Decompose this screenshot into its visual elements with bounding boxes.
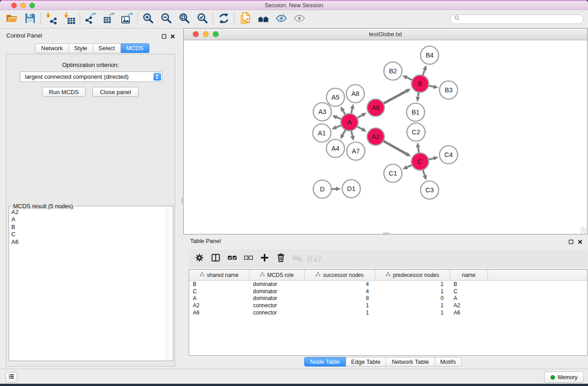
cell-successor-nodes[interactable]: 1 xyxy=(305,310,375,316)
cell-successor-nodes[interactable]: 4 xyxy=(305,281,375,287)
bottom-scroll-nub[interactable] xyxy=(383,233,389,235)
table-row[interactable]: Cdominator41C xyxy=(189,288,587,295)
zoom-in-button[interactable] xyxy=(141,12,155,26)
cell-predecessor-nodes[interactable]: 1 xyxy=(375,302,450,309)
table-panel-close-icon[interactable] xyxy=(577,239,583,245)
zoom-fit-button[interactable] xyxy=(177,12,191,26)
cell-predecessor-nodes[interactable]: 0 xyxy=(375,295,450,301)
import-table-button[interactable] xyxy=(62,12,76,26)
table-row[interactable]: A6connector11A6 xyxy=(189,309,587,316)
column-header-MCDS-role[interactable]: MCDS role xyxy=(249,270,305,280)
mcds-result-item[interactable]: A xyxy=(11,216,165,223)
cell-shared-name[interactable]: B xyxy=(189,281,249,287)
cell-shared-name[interactable]: A2 xyxy=(189,302,249,309)
cell-MCDS-role[interactable]: dominator xyxy=(249,295,305,301)
cell-name[interactable]: B xyxy=(450,281,488,287)
cell-predecessor-nodes[interactable]: 1 xyxy=(375,281,450,287)
close-panel-button[interactable]: Close panel xyxy=(92,87,139,97)
mcds-result-item[interactable]: B xyxy=(11,224,165,231)
search-box[interactable] xyxy=(450,14,583,24)
delete-columns-button[interactable] xyxy=(274,252,287,266)
shared-column-icon xyxy=(386,272,391,278)
cell-MCDS-role[interactable]: connector xyxy=(249,302,305,309)
delete-table-button[interactable] xyxy=(290,252,304,266)
add-column-button[interactable] xyxy=(258,252,271,266)
tab-network[interactable]: Network xyxy=(35,43,69,53)
import-network-button[interactable] xyxy=(44,12,58,26)
first-neighbors-button[interactable] xyxy=(256,12,270,26)
table-row[interactable]: A2connector11A2 xyxy=(189,302,587,309)
optimization-criterion-select[interactable]: largest connected component (directed) xyxy=(20,71,163,82)
export-network-button[interactable] xyxy=(83,12,98,26)
export-table-button[interactable] xyxy=(101,12,116,26)
zoom-fit-icon xyxy=(178,12,191,26)
cell-predecessor-nodes[interactable]: 1 xyxy=(375,288,450,295)
tab-mcds[interactable]: MCDS xyxy=(121,43,149,53)
cell-shared-name[interactable]: A6 xyxy=(189,310,249,316)
search-input[interactable] xyxy=(462,15,579,23)
toolbar-separator xyxy=(137,13,138,25)
import-network-icon xyxy=(45,12,57,26)
mcds-result-item[interactable]: A6 xyxy=(11,238,165,246)
tab-node-table[interactable]: Node Table xyxy=(304,357,346,367)
cell-name[interactable]: A6 xyxy=(450,310,488,316)
cell-MCDS-role[interactable]: connector xyxy=(249,310,305,316)
run-mcds-button[interactable]: Run MCDS xyxy=(42,87,86,97)
cell-predecessor-nodes[interactable]: 1 xyxy=(375,310,450,316)
cell-MCDS-role[interactable]: dominator xyxy=(249,288,305,295)
mcds-result-item[interactable]: A2 xyxy=(11,209,165,216)
table-row[interactable]: Adominator80A xyxy=(189,295,587,302)
hide-selected-button[interactable] xyxy=(274,12,288,26)
tab-motifs[interactable]: Motifs xyxy=(435,357,462,367)
save-session-button[interactable] xyxy=(23,12,37,26)
graph-node-label-A1: A1 xyxy=(318,129,326,137)
memory-button[interactable]: Memory xyxy=(544,372,584,383)
graph-arrowhead xyxy=(350,136,354,141)
delete-columns-icon xyxy=(276,253,286,265)
tab-style[interactable]: Style xyxy=(69,43,93,53)
cell-successor-nodes[interactable]: 4 xyxy=(305,288,375,295)
new-network-from-file-button[interactable] xyxy=(238,12,252,26)
table-options-gear-button[interactable] xyxy=(192,252,206,266)
graph-node-label-C3: C3 xyxy=(425,186,434,194)
cell-shared-name[interactable]: A xyxy=(189,295,249,301)
left-scroll-nub[interactable] xyxy=(182,197,184,204)
column-header-name[interactable]: name xyxy=(450,270,488,280)
control-panel-float-icon[interactable] xyxy=(161,33,167,39)
browse-columns-button[interactable] xyxy=(209,252,222,266)
show-all-button[interactable] xyxy=(292,12,306,26)
open-folder-button[interactable] xyxy=(5,12,19,26)
cell-name[interactable]: C xyxy=(450,288,488,295)
toolbar-separator xyxy=(80,13,80,25)
select-all-columns-button[interactable] xyxy=(225,252,239,266)
table-panel-float-icon[interactable] xyxy=(568,239,574,245)
refresh-layout-button[interactable] xyxy=(216,12,231,26)
table-row[interactable]: Bdominator41B xyxy=(189,281,587,288)
cell-shared-name[interactable]: C xyxy=(189,288,249,295)
window-resize-grip[interactable] xyxy=(580,227,587,234)
network-canvas[interactable]: B4B2BB3A5A8A6A3AB1A1C2A2A4A7CC4C1C3DD1 xyxy=(184,40,587,234)
mcds-result-item[interactable]: C xyxy=(11,231,165,238)
control-panel-close-icon[interactable] xyxy=(170,33,176,39)
column-header-predecessor-nodes[interactable]: predecessor nodes xyxy=(375,270,450,280)
tab-edge-table[interactable]: Edge Table xyxy=(346,357,387,367)
export-image-button[interactable] xyxy=(120,12,134,26)
zoom-out-button[interactable] xyxy=(159,12,173,26)
toolbar-group xyxy=(83,12,134,26)
deselect-all-columns-button[interactable] xyxy=(241,252,255,266)
cell-MCDS-role[interactable]: dominator xyxy=(249,281,305,287)
cell-name[interactable]: A2 xyxy=(450,302,488,309)
export-network-icon xyxy=(85,12,97,26)
column-header-successor-nodes[interactable]: successor nodes xyxy=(305,270,375,280)
function-builder-button[interactable]: f(x) xyxy=(306,252,320,266)
cell-successor-nodes[interactable]: 8 xyxy=(305,295,375,301)
task-history-button[interactable] xyxy=(5,372,17,383)
tab-network-table[interactable]: Network Table xyxy=(386,357,435,367)
cell-successor-nodes[interactable]: 1 xyxy=(305,302,375,309)
zoom-selected-button[interactable] xyxy=(195,12,210,26)
cell-name[interactable]: A xyxy=(450,295,488,301)
mcds-result-scrollbar[interactable] xyxy=(166,207,172,360)
tab-select[interactable]: Select xyxy=(93,43,121,53)
graph-node-label-C1: C1 xyxy=(389,170,397,177)
column-header-shared-name[interactable]: shared name xyxy=(189,270,249,280)
